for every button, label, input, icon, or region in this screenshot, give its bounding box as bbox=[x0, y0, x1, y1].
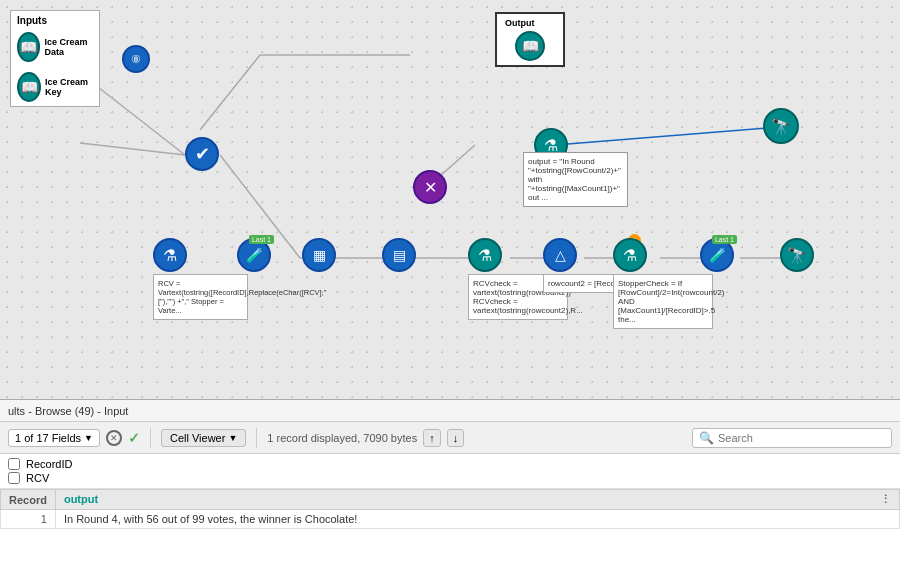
ice-cream-data-node[interactable]: 📖 Ice Cream Data bbox=[17, 32, 93, 62]
cell-record-1: 1 bbox=[1, 510, 56, 529]
search-input[interactable] bbox=[718, 432, 885, 444]
ice-cream-key-label: Ice Cream Key bbox=[45, 77, 93, 97]
flask-lower1-icon: ⚗ bbox=[153, 238, 187, 272]
fields-list: RecordID RCV bbox=[0, 454, 900, 489]
last-badge-2: Last 1 bbox=[712, 235, 737, 244]
number-node[interactable]: ⑧ bbox=[122, 45, 150, 73]
bottom-panel: 1 of 17 Fields ▼ ✕ ✓ Cell Viewer ▼ 1 rec… bbox=[0, 422, 900, 566]
stopper-node[interactable]: ⚗ StopperCheck = If [RowCount]/2=Int(row… bbox=[613, 238, 713, 329]
cell-viewer-chevron: ▼ bbox=[228, 433, 237, 443]
formula-x-icon: ✕ bbox=[413, 170, 447, 204]
data-table: Record output ⋮ 1 In Round 4, with 56 ou… bbox=[0, 489, 900, 566]
col-output-menu-icon[interactable]: ⋮ bbox=[880, 493, 891, 506]
summarize-icon: △ bbox=[543, 238, 577, 272]
ice-cream-data-label: Ice Cream Data bbox=[44, 37, 93, 57]
fields-count-label: 1 of 17 Fields bbox=[15, 432, 81, 444]
browse-top-icon: 🔭 bbox=[763, 108, 799, 144]
cell-viewer-button[interactable]: Cell Viewer ▼ bbox=[161, 429, 246, 447]
breadcrumb-text: ults - Browse (49) - Input bbox=[8, 405, 128, 417]
flask-lower1-node[interactable]: ⚗ RCV = Vartext(tostring([RecordID],Repl… bbox=[153, 238, 248, 320]
flask-lower1-label: RCV = Vartext(tostring([RecordID],Replac… bbox=[153, 274, 248, 320]
ice-cream-data-icon: 📖 bbox=[17, 32, 40, 62]
results-table: Record output ⋮ 1 In Round 4, with 56 ou… bbox=[0, 489, 900, 529]
field-recordid-label: RecordID bbox=[26, 458, 72, 470]
browse-top-node[interactable]: 🔭 bbox=[763, 108, 799, 144]
ice-cream-key-icon: 📖 bbox=[17, 72, 41, 102]
svg-line-13 bbox=[555, 127, 780, 145]
inputs-group-box: Inputs 📖 Ice Cream Data 📖 Ice Cream Key bbox=[10, 10, 100, 107]
separator-1 bbox=[150, 428, 151, 448]
table-header-row: Record output ⋮ bbox=[1, 490, 900, 510]
select-lower-icon: ▦ bbox=[302, 238, 336, 272]
check-button[interactable]: ✓ bbox=[128, 430, 140, 446]
stopper-icon: ⚗ bbox=[613, 238, 647, 272]
formula-x-node[interactable]: ✕ bbox=[413, 170, 447, 204]
output-label: Output bbox=[505, 18, 555, 28]
fields-selector[interactable]: 1 of 17 Fields ▼ bbox=[8, 429, 100, 447]
inputs-label: Inputs bbox=[17, 15, 47, 26]
scroll-up-button[interactable]: ↑ bbox=[423, 429, 441, 447]
number-icon: ⑧ bbox=[122, 45, 150, 73]
flask-lower2-icon: ⚗ bbox=[468, 238, 502, 272]
output-group-box: Output 📖 bbox=[495, 12, 565, 67]
select-lower-node[interactable]: ▦ bbox=[302, 238, 336, 272]
field-row-recordid: RecordID bbox=[8, 458, 892, 470]
field-row-rcv: RCV bbox=[8, 472, 892, 484]
chevron-down-icon: ▼ bbox=[84, 433, 93, 443]
table-row: 1 In Round 4, with 56 out of 99 votes, t… bbox=[1, 510, 900, 529]
toolbar-row: 1 of 17 Fields ▼ ✕ ✓ Cell Viewer ▼ 1 rec… bbox=[0, 422, 900, 454]
col-header-record: Record bbox=[1, 490, 56, 510]
field-recordid-checkbox[interactable] bbox=[8, 458, 20, 470]
field-rcv-label: RCV bbox=[26, 472, 49, 484]
field-rcv-checkbox[interactable] bbox=[8, 472, 20, 484]
sample-lower-node[interactable]: 🧪 Last 1 bbox=[237, 238, 271, 272]
separator-2 bbox=[256, 428, 257, 448]
tooltip-box: output = "In Round "+tostring([RowCount/… bbox=[523, 152, 628, 207]
sample-lower2-node[interactable]: 🧪 Last 1 bbox=[700, 238, 734, 272]
select2-lower-icon: ▤ bbox=[382, 238, 416, 272]
search-box[interactable]: 🔍 bbox=[692, 428, 892, 448]
join-icon: ✔ bbox=[185, 137, 219, 171]
last-badge-1: Last 1 bbox=[249, 235, 274, 244]
tooltip-text: output = "In Round "+tostring([RowCount/… bbox=[528, 157, 623, 202]
canvas-area: Inputs 📖 Ice Cream Data 📖 Ice Cream Key … bbox=[0, 0, 900, 400]
browse-lower-node[interactable]: 🔭 bbox=[780, 238, 814, 272]
cell-output-1: In Round 4, with 56 out of 99 votes, the… bbox=[55, 510, 899, 529]
breadcrumb-bar: ults - Browse (49) - Input bbox=[0, 400, 900, 422]
output-icon[interactable]: 📖 bbox=[515, 31, 545, 61]
record-info-text: 1 record displayed, 7090 bytes bbox=[267, 432, 417, 444]
svg-line-1 bbox=[80, 143, 185, 155]
cell-viewer-label: Cell Viewer bbox=[170, 432, 225, 444]
scroll-down-button[interactable]: ↓ bbox=[447, 429, 465, 447]
col-header-output: output ⋮ bbox=[55, 490, 899, 510]
browse-lower-icon: 🔭 bbox=[780, 238, 814, 272]
select2-lower-node[interactable]: ▤ bbox=[382, 238, 416, 272]
join-node[interactable]: ✔ bbox=[185, 137, 219, 171]
svg-line-10 bbox=[200, 55, 260, 130]
stopper-label: StopperCheck = If [RowCount]/2=Int(rowco… bbox=[613, 274, 713, 329]
search-icon: 🔍 bbox=[699, 431, 714, 445]
table-body: 1 In Round 4, with 56 out of 99 votes, t… bbox=[1, 510, 900, 529]
clear-button[interactable]: ✕ bbox=[106, 430, 122, 446]
ice-cream-key-node[interactable]: 📖 Ice Cream Key bbox=[17, 72, 93, 102]
